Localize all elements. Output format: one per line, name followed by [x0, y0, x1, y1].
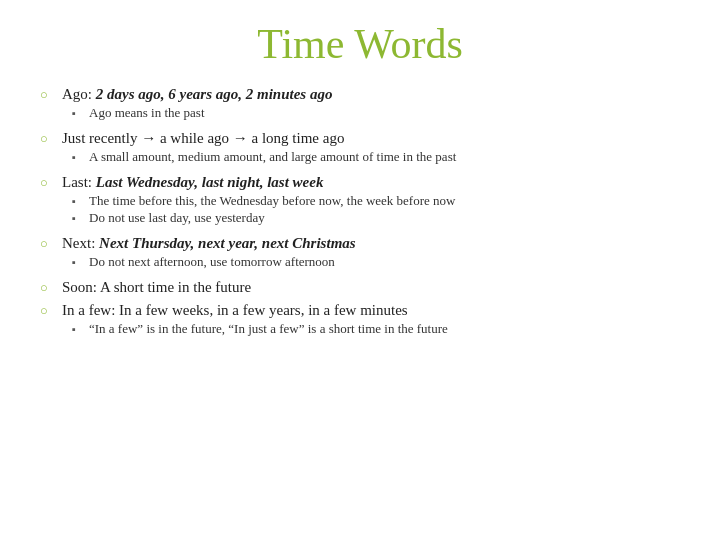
sub-text: Do not next afternoon, use tomorrow afte… [89, 254, 335, 270]
item-text-soon: Soon: A short time in the future [62, 279, 251, 296]
bullet-icon-soon: ○ [40, 280, 56, 296]
sub-text: “In a few” is in the future, “In just a … [89, 321, 448, 337]
main-list: ○Ago: 2 days ago, 6 years ago, 2 minutes… [40, 86, 680, 340]
sub-bullet-icon: ▪ [72, 256, 84, 268]
sub-text: A small amount, medium amount, and large… [89, 149, 456, 165]
item-text-last: Last: Last Wednesday, last night, last w… [62, 174, 323, 191]
sub-text: The time before this, the Wednesday befo… [89, 193, 455, 209]
sub-item-last-1: ▪Do not use last day, use yesterday [72, 210, 680, 226]
sub-bullet-icon: ▪ [72, 195, 84, 207]
page: Time Words ○Ago: 2 days ago, 6 years ago… [0, 0, 720, 540]
sub-item-next-0: ▪Do not next afternoon, use tomorrow aft… [72, 254, 680, 270]
bullet-icon-in-a-few: ○ [40, 303, 56, 319]
page-title: Time Words [40, 20, 680, 68]
sub-text: Ago means in the past [89, 105, 205, 121]
sub-bullet-icon: ▪ [72, 151, 84, 163]
list-item-last: ○Last: Last Wednesday, last night, last … [40, 174, 680, 229]
sub-text: Do not use last day, use yesterday [89, 210, 265, 226]
bullet-icon-ago: ○ [40, 87, 56, 103]
sub-item-last-0: ▪The time before this, the Wednesday bef… [72, 193, 680, 209]
list-item-just-recently: ○Just recently → a while ago → a long ti… [40, 130, 680, 168]
sub-bullet-icon: ▪ [72, 323, 84, 335]
item-text-ago: Ago: 2 days ago, 6 years ago, 2 minutes … [62, 86, 332, 103]
list-item-in-a-few: ○In a few: In a few weeks, in a few year… [40, 302, 680, 340]
list-item-next: ○Next: Next Thursday, next year, next Ch… [40, 235, 680, 273]
sub-bullet-icon: ▪ [72, 212, 84, 224]
bullet-icon-just-recently: ○ [40, 131, 56, 147]
sub-item-ago-0: ▪Ago means in the past [72, 105, 680, 121]
bullet-icon-last: ○ [40, 175, 56, 191]
list-item-ago: ○Ago: 2 days ago, 6 years ago, 2 minutes… [40, 86, 680, 124]
bullet-icon-next: ○ [40, 236, 56, 252]
item-text-next: Next: Next Thursday, next year, next Chr… [62, 235, 356, 252]
sub-item-in-a-few-0: ▪“In a few” is in the future, “In just a… [72, 321, 680, 337]
item-text-in-a-few: In a few: In a few weeks, in a few years… [62, 302, 408, 319]
sub-bullet-icon: ▪ [72, 107, 84, 119]
list-item-soon: ○Soon: A short time in the future [40, 279, 680, 296]
sub-item-just-recently-0: ▪A small amount, medium amount, and larg… [72, 149, 680, 165]
item-text-just-recently: Just recently → a while ago → a long tim… [62, 130, 344, 147]
